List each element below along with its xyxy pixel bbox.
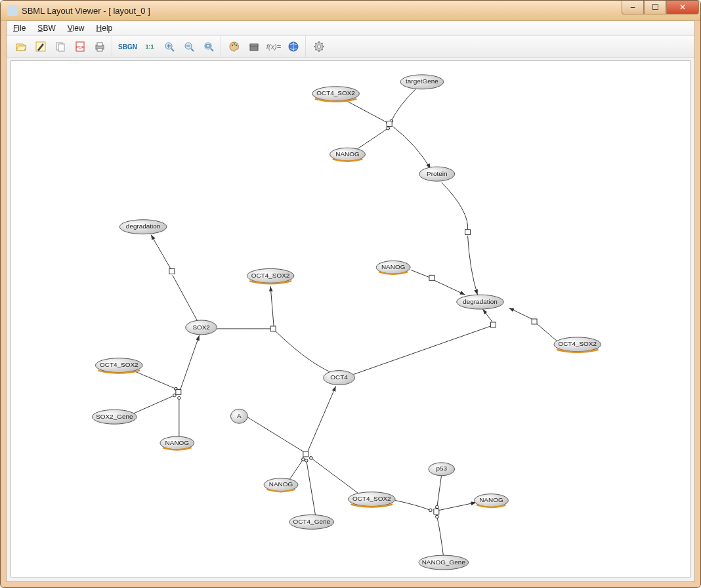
svg-text:NANOG: NANOG — [381, 263, 405, 270]
svg-text:degradation: degradation — [126, 222, 161, 230]
svg-text:OCT4_SOX2: OCT4_SOX2 — [316, 89, 355, 96]
svg-rect-2 — [58, 44, 64, 51]
zoom-region-icon — [203, 41, 215, 52]
node-nanog-r[interactable]: NANOG — [475, 494, 509, 507]
client-area: File SBW View Help PDF — [6, 20, 695, 582]
gear-icon — [313, 41, 325, 52]
menu-file[interactable]: File — [11, 22, 28, 34]
nodes: OCT4_SOX2 targetGene NANOG Protein — [93, 75, 601, 570]
menu-sbw[interactable]: SBW — [35, 22, 58, 34]
node-oct4sox2-l2[interactable]: OCT4_SOX2 — [95, 358, 142, 373]
svg-line-33 — [322, 43, 323, 45]
maximize-button[interactable]: ☐ — [644, 1, 666, 14]
svg-text:SOX2_Gene: SOX2_Gene — [96, 413, 133, 420]
svg-text:OCT4_SOX2: OCT4_SOX2 — [251, 272, 290, 279]
node-oct4[interactable]: OCT4 — [324, 371, 355, 385]
function-button[interactable]: f(x)= — [265, 37, 283, 56]
svg-rect-36 — [465, 230, 471, 235]
node-oct4sox2-mid[interactable]: OCT4_SOX2 — [247, 268, 294, 284]
svg-text:p53: p53 — [436, 465, 447, 472]
folder-open-icon — [15, 41, 27, 52]
svg-rect-44 — [434, 509, 439, 514]
palette-icon — [228, 41, 240, 52]
svg-text:OCT4: OCT4 — [330, 373, 348, 381]
svg-text:OCT4_Gene: OCT4_Gene — [293, 518, 331, 525]
close-button[interactable]: ✕ — [666, 1, 699, 14]
diagram-canvas[interactable]: OCT4_SOX2 targetGene NANOG Protein — [11, 60, 690, 578]
open-button[interactable] — [12, 37, 30, 56]
menu-view[interactable]: View — [65, 22, 87, 34]
svg-text:OCT4_SOX2: OCT4_SOX2 — [558, 340, 597, 347]
palette-button[interactable] — [225, 37, 244, 56]
svg-rect-40 — [169, 268, 175, 274]
node-oct4sox2-top[interactable]: OCT4_SOX2 — [312, 87, 360, 102]
svg-text:degradation: degradation — [463, 298, 497, 305]
node-oct4sox2-right[interactable]: OCT4_SOX2 — [554, 337, 601, 352]
zoom-region-button[interactable] — [200, 37, 218, 56]
edit-button[interactable] — [32, 37, 50, 56]
minimize-button[interactable]: – — [622, 1, 644, 14]
node-degradation-right[interactable]: degradation — [457, 295, 504, 309]
window-title: SBML Layout Viewer - [ layout_0 ] — [22, 6, 150, 16]
svg-rect-42 — [270, 326, 276, 331]
export-pdf-button[interactable]: PDF — [71, 37, 89, 56]
node-a[interactable]: A — [230, 409, 247, 423]
zoom-in-button[interactable] — [160, 37, 179, 56]
globe-button[interactable] — [284, 37, 303, 56]
node-p53[interactable]: p53 — [429, 463, 455, 476]
svg-text:NANOG: NANOG — [269, 480, 293, 488]
node-degradation-left[interactable]: degradation — [119, 220, 167, 234]
app-window: SBML Layout Viewer - [ layout_0 ] – ☐ ✕ … — [0, 0, 701, 588]
node-oct4-gene[interactable]: OCT4_Gene — [289, 514, 334, 529]
svg-text:A: A — [237, 412, 242, 419]
svg-text:NANOG_Gene: NANOG_Gene — [422, 558, 466, 566]
svg-line-32 — [315, 49, 316, 51]
node-targetgene[interactable]: targetGene — [400, 75, 444, 89]
toolbox-icon — [248, 41, 260, 52]
graph-svg: OCT4_SOX2 targetGene NANOG Protein — [11, 61, 690, 577]
title-bar[interactable]: SBML Layout Viewer - [ layout_0 ] – ☐ ✕ — [1, 1, 700, 21]
svg-rect-6 — [97, 43, 102, 46]
zoom-fit-icon: 1:1 — [145, 43, 154, 50]
function-icon: f(x)= — [266, 43, 281, 51]
printer-icon — [94, 41, 106, 52]
svg-point-19 — [234, 43, 235, 45]
svg-text:NANOG: NANOG — [335, 150, 359, 158]
svg-line-16 — [211, 49, 213, 51]
svg-rect-35 — [387, 121, 392, 127]
menu-bar: File SBW View Help — [7, 21, 694, 36]
node-nanog-gene[interactable]: NANOG_Gene — [419, 555, 469, 570]
svg-rect-38 — [490, 322, 496, 327]
print-button[interactable] — [91, 37, 109, 56]
node-nanog-b[interactable]: NANOG — [264, 478, 298, 492]
svg-text:PDF: PDF — [76, 45, 84, 49]
pdf-icon: PDF — [74, 41, 86, 52]
settings-button[interactable] — [310, 37, 328, 56]
svg-text:NANOG: NANOG — [479, 496, 503, 503]
window-controls: – ☐ ✕ — [622, 1, 699, 14]
node-nanog-top[interactable]: NANOG — [330, 148, 366, 161]
node-sox2-gene[interactable]: SOX2_Gene — [93, 410, 137, 424]
svg-point-20 — [236, 45, 237, 46]
svg-rect-39 — [532, 319, 537, 324]
node-nanog-mid[interactable]: NANOG — [376, 261, 410, 274]
svg-text:Protein: Protein — [427, 170, 448, 177]
sbgn-button[interactable]: SBGN — [116, 37, 139, 56]
svg-line-30 — [315, 43, 316, 45]
svg-text:NANOG: NANOG — [165, 439, 189, 446]
zoom-out-button[interactable] — [180, 37, 198, 56]
svg-rect-37 — [429, 275, 435, 280]
node-protein[interactable]: Protein — [419, 167, 455, 181]
node-sox2[interactable]: SOX2 — [186, 320, 217, 335]
zoom-fit-button[interactable]: 1:1 — [140, 37, 159, 56]
svg-line-31 — [322, 49, 323, 51]
copy-button[interactable] — [51, 37, 70, 56]
menu-help[interactable]: Help — [94, 22, 116, 34]
svg-text:OCT4_SOX2: OCT4_SOX2 — [100, 361, 138, 368]
node-oct4sox2-b[interactable]: OCT4_SOX2 — [349, 492, 396, 507]
toolbox-button[interactable] — [245, 37, 263, 56]
node-nanog-left[interactable]: NANOG — [160, 436, 194, 450]
svg-text:targetGene: targetGene — [406, 77, 438, 85]
svg-rect-22 — [250, 44, 258, 46]
copy-icon — [54, 41, 66, 52]
